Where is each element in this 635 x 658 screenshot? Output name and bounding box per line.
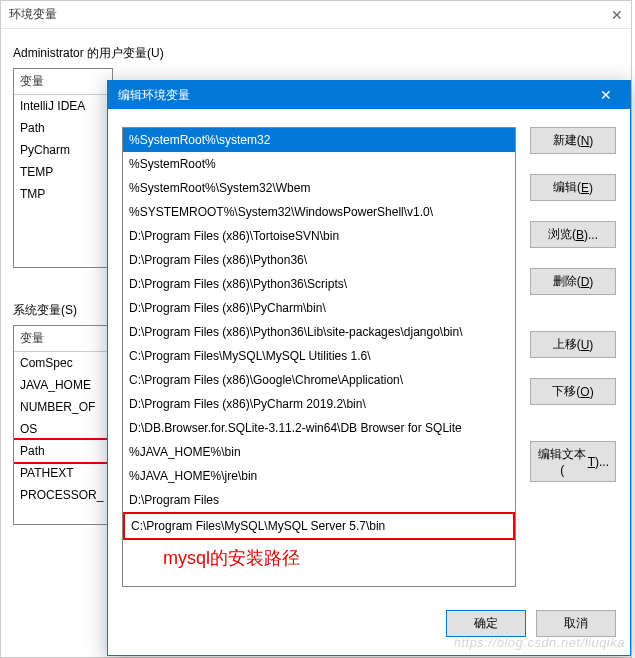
path-item[interactable]: %JAVA_HOME%\bin (123, 440, 515, 464)
edit-main-area: %SystemRoot%\system32 %SystemRoot% %Syst… (122, 127, 616, 590)
browse-button[interactable]: 浏览(B)... (530, 221, 616, 248)
column-header[interactable]: 变量 (14, 326, 112, 352)
list-item[interactable]: PROCESSOR_ (14, 484, 112, 506)
list-item[interactable]: JAVA_HOME (14, 374, 112, 396)
path-item[interactable]: D:\Program Files (123, 488, 515, 512)
cancel-button[interactable]: 取消 (536, 610, 616, 637)
user-vars-label: Administrator 的用户变量(U) (13, 45, 619, 62)
edit-title-bar: 编辑环境变量 ✕ (108, 81, 630, 109)
path-item[interactable]: D:\Program Files (x86)\Python36\Lib\site… (123, 320, 515, 344)
path-item[interactable]: %JAVA_HOME%\jre\bin (123, 464, 515, 488)
edit-button[interactable]: 编辑(E) (530, 174, 616, 201)
path-item[interactable]: D:\DB.Browser.for.SQLite-3.11.2-win64\DB… (123, 416, 515, 440)
path-item-mysql[interactable]: C:\Program Files\MySQL\MySQL Server 5.7\… (123, 512, 515, 540)
list-item[interactable]: NUMBER_OF (14, 396, 112, 418)
watermark: https://blog.csdn.net/liuqika (454, 635, 625, 650)
parent-dialog-title: 环境变量 (9, 6, 57, 23)
bottom-buttons: 确定 取消 (122, 604, 616, 637)
list-item[interactable]: PyCharm (14, 139, 112, 161)
path-item[interactable]: %SystemRoot% (123, 152, 515, 176)
list-item[interactable]: OS (14, 418, 112, 440)
path-list[interactable]: %SystemRoot%\system32 %SystemRoot% %Syst… (122, 127, 516, 587)
ok-button[interactable]: 确定 (446, 610, 526, 637)
path-item[interactable]: D:\Program Files (x86)\PyCharm 2019.2\bi… (123, 392, 515, 416)
annotation-text: mysql的安装路径 (163, 546, 515, 570)
list-item[interactable]: PATHEXT (14, 462, 112, 484)
new-button[interactable]: 新建(N) (530, 127, 616, 154)
list-item[interactable]: IntelliJ IDEA (14, 95, 112, 117)
edit-dialog-title: 编辑环境变量 (118, 87, 190, 104)
close-icon[interactable]: ✕ (586, 81, 626, 109)
path-item[interactable]: D:\Program Files (x86)\TortoiseSVN\bin (123, 224, 515, 248)
delete-button[interactable]: 删除(D) (530, 268, 616, 295)
path-item[interactable]: %SystemRoot%\System32\Wbem (123, 176, 515, 200)
column-header[interactable]: 变量 (14, 69, 112, 95)
edit-dialog-body: %SystemRoot%\system32 %SystemRoot% %Syst… (108, 109, 630, 655)
path-item[interactable]: C:\Program Files (x86)\Google\Chrome\App… (123, 368, 515, 392)
path-item[interactable]: %SystemRoot%\system32 (123, 128, 515, 152)
side-buttons: 新建(N) 编辑(E) 浏览(B)... 删除(D) 上移(U) 下移(O) 编… (530, 127, 616, 590)
user-vars-list[interactable]: 变量 IntelliJ IDEA Path PyCharm TEMP TMP (13, 68, 113, 268)
path-item[interactable]: C:\Program Files\MySQL\MySQL Utilities 1… (123, 344, 515, 368)
path-item[interactable]: %SYSTEMROOT%\System32\WindowsPowerShell\… (123, 200, 515, 224)
path-item[interactable]: D:\Program Files (x86)\Python36\ (123, 248, 515, 272)
move-up-button[interactable]: 上移(U) (530, 331, 616, 358)
sys-vars-list[interactable]: 变量 ComSpec JAVA_HOME NUMBER_OF OS Path P… (13, 325, 113, 525)
list-item[interactable]: ComSpec (14, 352, 112, 374)
list-item[interactable]: TMP (14, 183, 112, 205)
edit-env-var-dialog: 编辑环境变量 ✕ %SystemRoot%\system32 %SystemRo… (107, 80, 631, 656)
list-item-path[interactable]: Path (13, 438, 113, 464)
path-item[interactable]: D:\Program Files (x86)\Python36\Scripts\ (123, 272, 515, 296)
list-item[interactable]: Path (14, 117, 112, 139)
parent-title-bar: 环境变量 ✕ (1, 1, 631, 29)
edit-text-button[interactable]: 编辑文本(T)... (530, 441, 616, 482)
close-icon[interactable]: ✕ (611, 7, 623, 23)
path-item[interactable]: D:\Program Files (x86)\PyCharm\bin\ (123, 296, 515, 320)
move-down-button[interactable]: 下移(O) (530, 378, 616, 405)
list-item[interactable]: TEMP (14, 161, 112, 183)
